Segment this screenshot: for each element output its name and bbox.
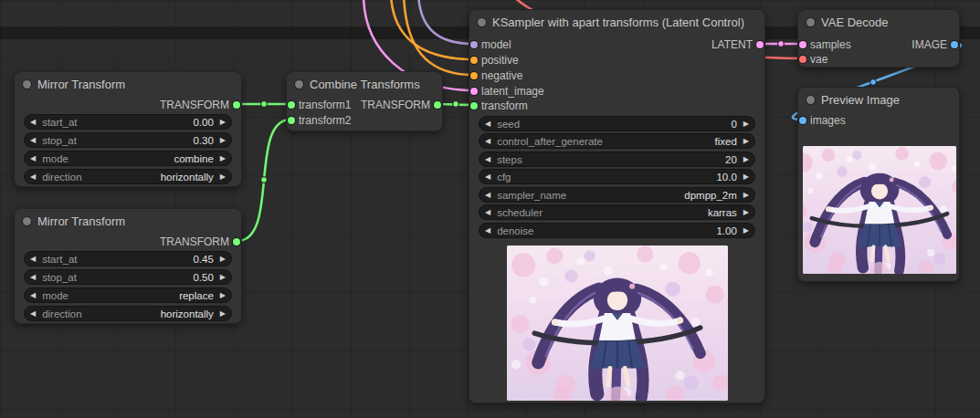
node-header[interactable]: VAE Decode — [798, 10, 959, 34]
node-title: Preview Image — [821, 93, 900, 107]
decrement-icon[interactable]: ◀ — [485, 138, 490, 145]
widget-stop-at[interactable]: ◀ stop_at 0.50 ▶ — [24, 269, 232, 285]
collapse-icon[interactable] — [806, 18, 815, 26]
widget-value: 20 — [725, 154, 737, 165]
widget-cfg[interactable]: ◀ cfg 10.0 ▶ — [479, 169, 755, 184]
decrement-icon[interactable]: ◀ — [30, 274, 36, 281]
output-row: TRANSFORM — [15, 235, 241, 249]
node-ksampler-apart-transforms[interactable]: KSampler with apart transforms (Latent C… — [469, 9, 765, 403]
widget-seed[interactable]: ◀ seed 0 ▶ — [479, 116, 755, 131]
collapse-icon[interactable] — [23, 217, 31, 225]
node-mirror-transform-2[interactable]: Mirror Transform TRANSFORM ◀ start_at 0.… — [14, 208, 242, 324]
widget-denoise[interactable]: ◀ denoise 1.00 ▶ — [479, 223, 755, 238]
node-graph-canvas[interactable]: Mirror Transform TRANSFORM ◀ start_at 0.… — [0, 0, 980, 418]
decrement-icon[interactable]: ◀ — [30, 173, 36, 181]
increment-icon[interactable]: ▶ — [743, 173, 749, 181]
increment-icon[interactable]: ▶ — [743, 120, 749, 128]
link-midpoint-dot — [870, 79, 877, 86]
output-slot-transform[interactable] — [434, 101, 441, 109]
widget-steps[interactable]: ◀ steps 20 ▶ — [479, 152, 755, 167]
decrement-icon[interactable]: ◀ — [30, 137, 36, 144]
decrement-icon[interactable]: ◀ — [485, 227, 490, 235]
increment-icon[interactable]: ▶ — [220, 310, 226, 318]
increment-icon[interactable]: ▶ — [220, 292, 226, 299]
input-slot-images[interactable] — [799, 117, 806, 124]
collapse-icon[interactable] — [806, 96, 815, 104]
increment-icon[interactable]: ▶ — [220, 119, 226, 126]
node-mirror-transform-1[interactable]: Mirror Transform TRANSFORM ◀ start_at 0.… — [14, 71, 242, 187]
input-slot-positive[interactable] — [470, 57, 478, 64]
widget-sampler-name[interactable]: ◀ sampler_name dpmpp_2m ▶ — [479, 187, 755, 203]
input-slot-transform2[interactable] — [288, 117, 295, 124]
decrement-icon[interactable]: ◀ — [30, 119, 36, 126]
increment-icon[interactable]: ▶ — [743, 209, 749, 216]
decrement-icon[interactable]: ◀ — [30, 155, 36, 162]
output-slot-transform[interactable] — [233, 101, 240, 109]
node-header[interactable]: Mirror Transform — [15, 72, 241, 96]
increment-icon[interactable]: ▶ — [743, 156, 749, 163]
decrement-icon[interactable]: ◀ — [30, 256, 36, 263]
widget-direction[interactable]: ◀ direction horizontally ▶ — [24, 306, 232, 321]
node-title: VAE Decode — [821, 16, 888, 29]
collapse-icon[interactable] — [295, 80, 303, 89]
increment-icon[interactable]: ▶ — [220, 274, 226, 281]
widget-value: 10.0 — [716, 172, 736, 183]
widget-mode[interactable]: ◀ mode combine ▶ — [24, 151, 232, 166]
input-slot-vae[interactable] — [799, 56, 806, 63]
link-midpoint-dot — [261, 177, 268, 183]
increment-icon[interactable]: ▶ — [743, 192, 749, 199]
increment-icon[interactable]: ▶ — [220, 137, 226, 144]
widget-value: karras — [708, 207, 737, 218]
collapse-icon[interactable] — [23, 80, 31, 89]
widget-value: fixed — [715, 136, 737, 147]
widget-direction[interactable]: ◀ direction horizontally ▶ — [24, 169, 232, 184]
node-header[interactable]: Preview Image — [798, 88, 959, 111]
node-combine-transforms[interactable]: Combine Transforms transform1 transform2… — [286, 71, 443, 131]
widget-mode[interactable]: ◀ mode replace ▶ — [24, 287, 232, 303]
input-slot-transform[interactable] — [470, 102, 478, 110]
increment-icon[interactable]: ▶ — [220, 173, 226, 181]
widget-start-at[interactable]: ◀ start_at 0.45 ▶ — [24, 251, 232, 266]
collapse-icon[interactable] — [478, 18, 486, 26]
decrement-icon[interactable]: ◀ — [30, 292, 36, 299]
increment-icon[interactable]: ▶ — [220, 256, 226, 263]
widget-start-at[interactable]: ◀ start_at 0.00 ▶ — [24, 114, 232, 130]
widget-value: replace — [179, 290, 214, 301]
decrement-icon[interactable]: ◀ — [485, 173, 490, 181]
node-preview-image[interactable]: Preview Image images — [797, 87, 960, 282]
increment-icon[interactable]: ▶ — [743, 138, 749, 145]
ksampler-preview-image — [507, 246, 728, 401]
widget-name: control_after_generate — [497, 136, 708, 147]
increment-icon[interactable]: ▶ — [743, 227, 749, 235]
input-slot-latent-image[interactable] — [470, 88, 478, 95]
output-slot-image[interactable] — [951, 41, 958, 48]
node-header[interactable]: Combine Transforms — [287, 72, 442, 96]
node-vae-decode[interactable]: VAE Decode samples vae IMAGE — [797, 9, 960, 68]
widget-scheduler[interactable]: ◀ scheduler karras ▶ — [479, 204, 755, 220]
output-label: IMAGE — [912, 38, 947, 51]
widget-value: 0.00 — [193, 117, 213, 128]
increment-icon[interactable]: ▶ — [220, 155, 226, 162]
node-header[interactable]: KSampler with apart transforms (Latent C… — [469, 10, 764, 34]
widget-name: stop_at — [42, 272, 186, 283]
output-label: TRANSFORM — [160, 235, 229, 248]
decrement-icon[interactable]: ◀ — [485, 156, 490, 163]
widget-control-after-generate[interactable]: ◀ control_after_generate fixed ▶ — [479, 133, 755, 149]
decrement-icon[interactable]: ◀ — [485, 120, 490, 128]
widget-stop-at[interactable]: ◀ stop_at 0.30 ▶ — [24, 132, 232, 148]
widget-name: stop_at — [42, 135, 186, 146]
output-row: TRANSFORM — [287, 98, 442, 112]
decrement-icon[interactable]: ◀ — [30, 310, 36, 318]
widget-name: steps — [497, 154, 719, 165]
decrement-icon[interactable]: ◀ — [485, 192, 490, 199]
decrement-icon[interactable]: ◀ — [485, 209, 490, 216]
input-row: negative — [469, 68, 764, 83]
output-slot-transform[interactable] — [233, 238, 240, 246]
widget-name: mode — [42, 153, 167, 164]
input-row: positive — [469, 53, 764, 68]
output-row: TRANSFORM — [15, 98, 241, 112]
input-slot-negative[interactable] — [470, 72, 478, 79]
node-header[interactable]: Mirror Transform — [15, 209, 241, 233]
widget-name: cfg — [497, 172, 710, 183]
output-slot-latent[interactable] — [756, 41, 764, 48]
